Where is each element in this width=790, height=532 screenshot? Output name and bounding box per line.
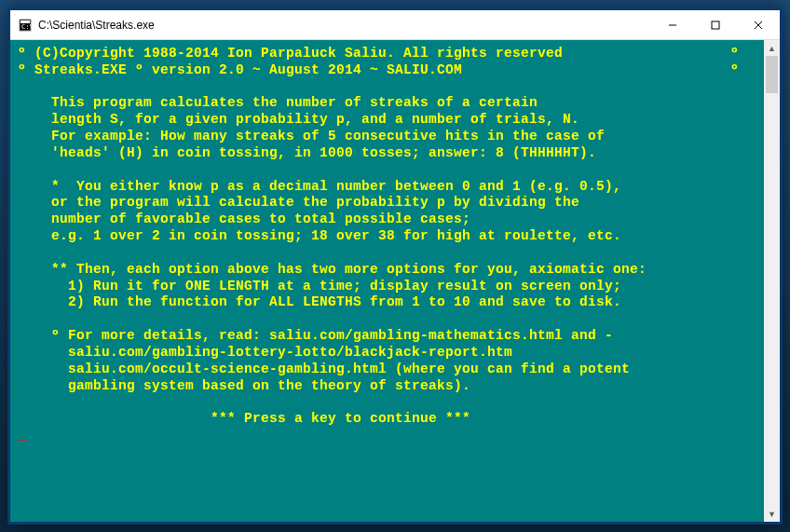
- svg-rect-4: [712, 21, 719, 29]
- scroll-thumb[interactable]: [766, 56, 778, 93]
- close-button[interactable]: [737, 10, 780, 39]
- titlebar[interactable]: C:\ C:\Scientia\Streaks.exe: [10, 10, 780, 40]
- scroll-down-arrow[interactable]: ▼: [764, 506, 780, 522]
- console-text: º (C)Copyright 1988-2014 Ion Parpaluck S…: [18, 46, 739, 443]
- console-content: º (C)Copyright 1988-2014 Ion Parpaluck S…: [10, 40, 764, 522]
- vertical-scrollbar[interactable]: ▲ ▼: [764, 40, 780, 522]
- svg-text:C:\: C:\: [21, 23, 32, 31]
- scroll-track[interactable]: [764, 56, 780, 506]
- maximize-button[interactable]: [694, 10, 737, 39]
- minimize-button[interactable]: [651, 10, 694, 39]
- app-icon: C:\: [18, 18, 33, 33]
- window-controls: [651, 10, 780, 39]
- scroll-up-arrow[interactable]: ▲: [764, 40, 780, 56]
- window-frame: C:\ C:\Scientia\Streaks.exe º (C)Copyrig…: [7, 7, 783, 525]
- console-area: º (C)Copyright 1988-2014 Ion Parpaluck S…: [10, 40, 780, 522]
- window-title: C:\Scientia\Streaks.exe: [38, 19, 651, 32]
